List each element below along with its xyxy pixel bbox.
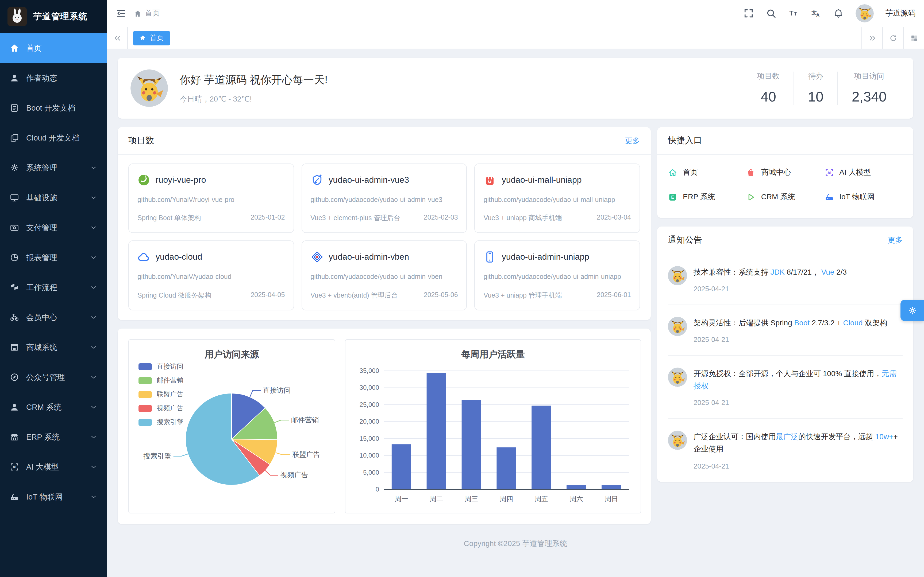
tabs: 首页 [128,31,861,45]
sidebar-item-label: 作者动态 [26,73,97,83]
notices-more-link[interactable]: 更多 [888,235,903,245]
legend-item-邮件营销[interactable]: 邮件营销 [139,376,183,385]
user-avatar[interactable] [856,4,874,23]
sidebar-item-4[interactable]: 系统管理 [0,153,107,183]
projects-more-link[interactable]: 更多 [625,136,640,146]
project-card[interactable]: ruoyi-vue-progithub.com/YunaiV/ruoyi-vue… [128,163,294,233]
project-meta: Vue3 + uniapp 商城手机端2025-03-04 [484,214,631,223]
quick-link[interactable]: CRM 系统 [746,192,825,202]
scroll-tabs-left-icon[interactable] [107,27,128,48]
notice-date: 2025-04-21 [693,399,903,407]
refresh-icon[interactable] [882,27,903,48]
sidebar-menu: 首页作者动态Boot 开发文档Cloud 开发文档系统管理基础设施支付管理报表管… [0,33,107,577]
sidebar-item-12[interactable]: CRM 系统 [0,392,107,422]
project-name: yudao-cloud [156,253,202,262]
right-column: 快捷入口 首页商城中心AIAI 大模型EERP 系统CRM 系统IoT 物联网 … [657,127,913,482]
avatar [668,367,687,387]
project-card[interactable]: yudao-cloudgithub.com/YunaiV/yudao-cloud… [128,241,294,310]
projects-panel: 项目数 更多 ruoyi-vue-progithub.com/YunaiV/ru… [118,127,651,320]
bicycle-icon [10,313,19,322]
sidebar-item-10[interactable]: 商城系统 [0,332,107,362]
sidebar-item-15[interactable]: IoT 物联网 [0,482,107,512]
sidebar-item-5[interactable]: 基础设施 [0,183,107,213]
project-card-header: yudao-ui-admin-vben [310,251,458,264]
project-card[interactable]: yudao-ui-mall-uniappgithub.com/yudaocode… [475,163,640,233]
svg-text:联盟广告: 联盟广告 [292,450,320,458]
project-date: 2025-02-03 [424,214,458,223]
quick-link-label: CRM 系统 [761,192,795,202]
fullscreen-icon[interactable] [743,8,754,19]
compass-icon [10,372,19,382]
project-url: github.com/yudaocode/yudao-ui-admin-vue3 [310,195,458,205]
report-pie-icon [10,253,19,262]
project-card[interactable]: yudao-ui-admin-vue3github.com/yudaocode/… [301,163,467,233]
layout-grid-icon[interactable] [903,27,924,48]
legend-item-直接访问[interactable]: 直接访问 [139,362,183,371]
bar-chart-title: 每周用户活跃量 [346,348,641,361]
sidebar-item-6[interactable]: 支付管理 [0,213,107,243]
chevron-down-icon [90,224,97,231]
page-content: 你好 芋道源码 祝你开心每一天! 今日晴，20℃ - 32℃! 项目数40待办1… [107,49,924,577]
notice-item[interactable]: 技术兼容性：系统支持 JDK 8/17/21， Vue 2/32025-04-2… [668,254,903,305]
router-icon [10,492,19,502]
sidebar-item-3[interactable]: Cloud 开发文档 [0,123,107,153]
language-icon[interactable]: 文A [811,8,821,19]
legend-item-搜索引擎[interactable]: 搜索引擎 [139,418,183,427]
project-url: github.com/yudaocode/yudao-ui-admin-unia… [484,272,631,283]
quick-link[interactable]: IoT 物联网 [824,192,903,202]
home-teal-icon [668,168,677,177]
sidebar-item-13[interactable]: ERP 系统 [0,422,107,452]
sidebar-item-7[interactable]: 报表管理 [0,243,107,272]
bell-icon[interactable] [833,8,844,19]
notice-item[interactable]: 开源免授权：全部开源，个人与企业可 100% 直接使用，无需授权2025-04-… [668,356,903,419]
sidebar-item-2[interactable]: Boot 开发文档 [0,93,107,123]
font-size-icon[interactable]: TT [788,8,799,19]
legend-item-视频广告[interactable]: 视频广告 [139,404,183,413]
quick-link[interactable]: EERP 系统 [668,192,746,202]
project-name: yudao-ui-admin-uniapp [502,253,589,262]
projects-panel-header: 项目数 更多 [118,127,651,155]
project-card[interactable]: yudao-ui-admin-vbengithub.com/yudaocode/… [301,241,467,310]
quick-link[interactable]: 商城中心 [746,168,825,177]
svg-text:30,000: 30,000 [360,384,379,391]
sidebar-item-9[interactable]: 会员中心 [0,302,107,332]
notice-list: 技术兼容性：系统支持 JDK 8/17/21， Vue 2/32025-04-2… [657,254,913,482]
avatar [668,317,687,336]
sidebar-item-0[interactable]: 首页 [0,33,107,63]
user-name[interactable]: 芋道源码 [885,8,916,18]
scroll-tabs-right-icon[interactable] [861,27,882,48]
svg-text:10,000: 10,000 [360,452,379,459]
legend-item-联盟广告[interactable]: 联盟广告 [139,390,183,399]
notices-panel: 通知公告 更多 技术兼容性：系统支持 JDK 8/17/21， Vue 2/32… [657,227,913,482]
footer-copyright: Copyright ©2025 芋道管理系统 [118,524,913,561]
sidebar-item-11[interactable]: 公众号管理 [0,362,107,392]
collapse-menu-icon[interactable] [115,8,126,19]
tab-home[interactable]: 首页 [133,31,170,45]
quick-link-label: AI 大模型 [839,168,871,177]
project-desc: Spring Boot 单体架构 [137,214,201,223]
spring-icon [137,174,150,187]
quick-link[interactable]: 首页 [668,168,746,177]
svg-text:0: 0 [376,486,379,493]
notice-body: 技术兼容性：系统支持 JDK 8/17/21， Vue 2/32025-04-2… [693,266,903,293]
sidebar-item-14[interactable]: AIAI 大模型 [0,452,107,482]
notice-item[interactable]: 架构灵活性：后端提供 Spring Boot 2.7/3.2 + Cloud 双… [668,305,903,356]
sidebar-item-1[interactable]: 作者动态 [0,63,107,93]
quick-link[interactable]: AIAI 大模型 [824,168,903,177]
sidebar-item-8[interactable]: 工作流程 [0,272,107,302]
project-date: 2025-06-01 [597,291,631,300]
workflow-icon [10,283,19,292]
project-card[interactable]: yudao-ui-admin-uniappgithub.com/yudaocod… [475,241,640,310]
notices-title: 通知公告 [668,235,702,246]
store-icon [10,432,19,442]
crm-play-icon [746,192,756,202]
search-icon[interactable] [766,8,776,19]
notice-body: 开源免授权：全部开源，个人与企业可 100% 直接使用，无需授权2025-04-… [693,367,903,406]
stat-value: 40 [757,89,780,105]
project-url: github.com/YunaiV/yudao-cloud [137,272,285,283]
notice-item[interactable]: 广泛企业认可：国内使用最广泛的快速开发平台，远超 10w++ 企业使用2025-… [668,419,903,482]
breadcrumb[interactable]: 首页 [134,8,160,18]
settings-fab[interactable] [900,300,924,321]
project-meta: Vue3 + element-plus 管理后台2025-02-03 [310,214,458,223]
tab-label: 首页 [150,33,164,43]
